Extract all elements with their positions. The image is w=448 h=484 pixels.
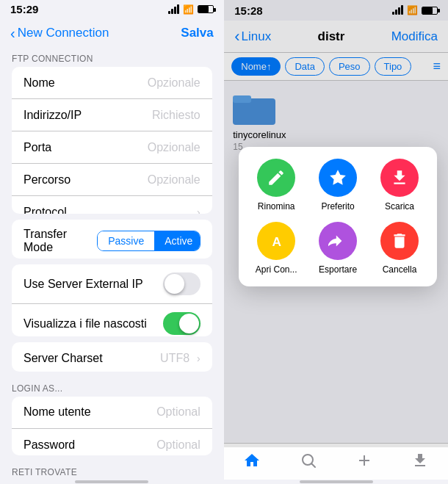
preferito-icon-circle	[319, 159, 357, 197]
toggle-visualizza[interactable]	[163, 312, 200, 335]
form-row-transfer-mode: Transfer Mode Passive Active	[12, 220, 212, 259]
transfer-mode-segmented[interactable]: Passive Active	[97, 231, 200, 251]
field-placeholder-password: Optional	[156, 438, 200, 452]
esportare-label: Esportare	[319, 264, 357, 275]
field-label-porta: Porta	[24, 141, 51, 154]
field-label-username: Nome utente	[24, 405, 91, 419]
form-row-charset[interactable]: Server Charset UTF8 ›	[12, 342, 212, 372]
signal-icon	[168, 5, 179, 14]
field-label-charset: Server Charset	[24, 352, 103, 365]
seg-active[interactable]: Active	[154, 231, 200, 250]
protocol-chevron-icon: ›	[197, 206, 200, 214]
tab-bar	[224, 443, 448, 480]
tab-home[interactable]	[243, 452, 261, 469]
tab-add[interactable]	[355, 452, 373, 469]
context-grid: Rinomina Preferito Scarica	[250, 159, 425, 275]
field-label-percorso: Percorso	[24, 173, 71, 187]
time-left: 15:29	[10, 3, 38, 15]
save-button[interactable]: Salva	[181, 26, 213, 40]
field-label-protocol: Protocol	[24, 206, 67, 214]
back-chevron-icon: ‹	[10, 26, 15, 40]
field-label-nome: Nome	[24, 76, 55, 90]
svg-text:A: A	[272, 234, 282, 249]
charset-value: UTF8	[160, 352, 189, 365]
form-row-nome[interactable]: Nome Opzionale	[12, 67, 212, 99]
field-placeholder-porta: Opzionale	[148, 141, 200, 154]
tab-download[interactable]	[411, 452, 429, 469]
back-button-left[interactable]: ‹ New Connection	[10, 26, 109, 40]
status-icons-left: 📶	[168, 4, 214, 15]
context-menu: Rinomina Preferito Scarica	[239, 147, 437, 286]
battery-icon	[198, 5, 214, 13]
context-item-esportare[interactable]: Esportare	[312, 222, 364, 275]
context-item-apri[interactable]: A Apri Con...	[250, 222, 302, 275]
esportare-icon-circle	[319, 222, 357, 260]
rinomina-label: Rinomina	[258, 201, 295, 212]
seg-passive[interactable]: Passive	[98, 231, 154, 250]
home-indicator-right	[224, 480, 448, 484]
ftp-section-header: FTP CONNECTION	[0, 48, 224, 67]
status-bar-left: 15:29 📶	[0, 0, 224, 18]
server-settings-group: Use Server External IP Visualizza i file…	[12, 264, 212, 336]
form-row-protocol[interactable]: Protocol ›	[12, 196, 212, 214]
transfer-mode-group: Transfer Mode Passive Active	[12, 220, 212, 259]
context-item-scarica[interactable]: Scarica	[374, 159, 425, 212]
field-label-indirizzo: Indirizzo/IP	[24, 109, 82, 122]
form-row-porta[interactable]: Porta Opzionale	[12, 131, 212, 164]
form-row-external-ip: Use Server External IP	[12, 264, 212, 304]
toggle-external-ip[interactable]	[163, 272, 200, 295]
context-item-preferito[interactable]: Preferito	[312, 159, 364, 212]
field-placeholder-username: Optional	[156, 405, 200, 419]
ftp-connection-group: Nome Opzionale Indirizzo/IP Richiesto Po…	[12, 67, 212, 214]
field-placeholder-indirizzo: Richiesto	[152, 109, 200, 122]
preferito-label: Preferito	[321, 201, 354, 212]
scarica-label: Scarica	[385, 201, 414, 212]
form-row-password[interactable]: Password Optional	[12, 429, 212, 455]
field-placeholder-nome: Opzionale	[148, 76, 200, 90]
field-label-password: Password	[24, 438, 75, 452]
home-indicator-left	[0, 480, 224, 484]
rinomina-icon-circle	[257, 159, 295, 197]
form-row-visualizza: Visualizza i file nascosti	[12, 304, 212, 336]
apri-icon-circle: A	[257, 222, 295, 260]
field-label-visualizza: Visualizza i file nascosti	[24, 317, 147, 331]
tab-search[interactable]	[300, 452, 317, 469]
field-label-transfer-mode: Transfer Mode	[24, 228, 97, 254]
form-row-indirizzo[interactable]: Indirizzo/IP Richiesto	[12, 99, 212, 131]
context-item-rinomina[interactable]: Rinomina	[250, 159, 302, 212]
login-group: Nome utente Optional Password Optional	[12, 397, 212, 455]
form-row-username[interactable]: Nome utente Optional	[12, 397, 212, 429]
form-row-percorso[interactable]: Percorso Opzionale	[12, 164, 212, 196]
charset-group: Server Charset UTF8 ›	[12, 342, 212, 372]
field-placeholder-percorso: Opzionale	[148, 173, 200, 187]
cancella-label: Cancella	[383, 264, 417, 275]
apri-label: Apri Con...	[256, 264, 297, 275]
nav-bar-left: ‹ New Connection Salva	[0, 18, 224, 48]
context-item-cancella[interactable]: Cancella	[374, 222, 425, 275]
login-section-header: LOGIN AS...	[0, 378, 224, 397]
scarica-icon-circle	[380, 159, 419, 197]
field-label-external-ip: Use Server External IP	[24, 278, 143, 291]
left-panel: 15:29 📶 ‹ New Connection Salva FTP CONNE…	[0, 0, 224, 484]
charset-chevron-icon: ›	[197, 353, 200, 364]
cancella-icon-circle	[380, 222, 419, 260]
wifi-icon: 📶	[183, 4, 194, 15]
right-panel: 15:28 📶 ‹ Linux distr Modifica Nome↑ Dat…	[224, 0, 448, 484]
back-label-left: New Connection	[18, 26, 109, 40]
reti-section-header: RETI TROVATE	[0, 461, 224, 480]
